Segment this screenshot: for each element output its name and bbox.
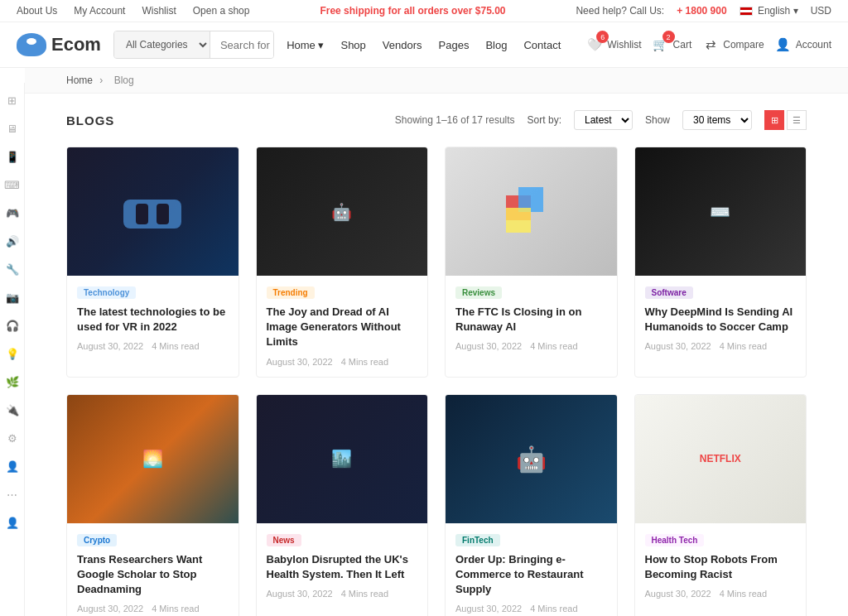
blog-card-6[interactable]: 🤖 FinTech Order Up: Bringing e-Commerce … [445, 394, 618, 616]
account-label: Account [796, 39, 831, 51]
blog-card-meta: August 30, 2022 4 Mins read [645, 341, 797, 351]
logo[interactable]: Ecom [17, 33, 101, 56]
breadcrumb-current: Blog [114, 75, 134, 86]
blog-card-tag: Health Tech [645, 534, 705, 546]
blog-card-body: Crypto Trans Researchers Want Google Sch… [67, 523, 238, 616]
sidebar-light-icon[interactable]: 💡 [3, 344, 22, 363]
top-bar-links: About Us My Account Wishlist Open a shop [17, 5, 249, 17]
sidebar-tools-icon[interactable]: 🔧 [3, 260, 22, 278]
sidebar-grid-icon[interactable]: ⊞ [3, 91, 22, 109]
blog-card-meta: August 30, 2022 4 Mins read [77, 341, 229, 351]
cart-action[interactable]: 🛒 2 Cart [652, 36, 692, 54]
blog-card-tag: Technology [77, 286, 136, 299]
sidebar-headphone-icon[interactable]: 🎧 [3, 316, 22, 334]
sidebar-bottom-icon[interactable]: 👤 [3, 513, 22, 532]
sidebar-keyboard-icon[interactable]: ⌨ [3, 176, 22, 194]
blog-card-read-time: 4 Mins read [530, 341, 577, 351]
svg-rect-2 [157, 204, 169, 224]
blog-card-image: 🤖 [446, 395, 617, 523]
nav-contact[interactable]: Contact [523, 39, 561, 51]
blog-card-date: August 30, 2022 [267, 357, 333, 367]
sidebar-phone-icon[interactable]: 📱 [3, 147, 22, 166]
blog-card-title: Babylon Disrupted the UK's Health System… [267, 552, 418, 582]
blog-card-meta: August 30, 2022 4 Mins read [267, 589, 418, 599]
cart-badge: 2 [662, 31, 675, 43]
nav-shop[interactable]: Shop [340, 39, 365, 51]
blog-card-7[interactable]: NETFLIX Health Tech How to Stop Robots F… [634, 394, 807, 616]
main-content: BLOGS Showing 1–16 of 17 results Sort by… [25, 94, 848, 616]
blog-card-meta: August 30, 2022 4 Mins read [455, 604, 607, 614]
wishlist-link[interactable]: Wishlist [142, 5, 176, 17]
sidebar-desktop-icon[interactable]: 🖥 [3, 119, 22, 137]
breadcrumb-separator: › [99, 75, 103, 86]
sidebar-game-icon[interactable]: 🎮 [3, 204, 22, 222]
grid-view-btn[interactable]: ⊞ [764, 110, 784, 130]
account-action[interactable]: 👤 Account [774, 36, 831, 54]
blog-card-tag: News [267, 534, 301, 546]
about-link[interactable]: About Us [17, 5, 57, 17]
search-input[interactable] [210, 31, 274, 58]
blog-card-meta: August 30, 2022 4 Mins read [645, 589, 797, 599]
blog-card-5[interactable]: 🏙️ News Babylon Disrupted the UK's Healt… [256, 394, 429, 616]
sidebar-user-icon[interactable]: 👤 [3, 457, 22, 475]
open-shop-link[interactable]: Open a shop [193, 5, 250, 17]
language-selector[interactable]: English ▾ [740, 5, 798, 17]
wishlist-icon: 🤍 6 [585, 36, 604, 54]
blog-card-0[interactable]: Technology The latest technologies to be… [66, 147, 239, 378]
show-select[interactable]: 30 items [682, 110, 752, 130]
blog-card-read-time: 4 Mins read [152, 604, 199, 614]
blog-card-date: August 30, 2022 [267, 589, 333, 599]
sidebar-camera-icon[interactable]: 📷 [3, 288, 22, 306]
view-toggle: ⊞ ☰ [764, 110, 807, 130]
blog-card-body: FinTech Order Up: Bringing e-Commerce to… [446, 523, 617, 616]
sidebar-power-icon[interactable]: 🔌 [3, 401, 22, 419]
account-link[interactable]: My Account [74, 5, 125, 17]
blogs-header: BLOGS Showing 1–16 of 17 results Sort by… [66, 110, 807, 130]
blog-card-1[interactable]: 🤖 Trending The Joy and Dread of AI Image… [256, 147, 429, 378]
flag-icon [740, 7, 753, 16]
wishlist-action[interactable]: 🤍 6 Wishlist [585, 36, 641, 54]
blog-card-read-time: 4 Mins read [341, 357, 388, 367]
compare-action[interactable]: ⇄ Compare [701, 36, 764, 54]
compare-label: Compare [723, 39, 764, 51]
blog-card-read-time: 4 Mins read [720, 589, 767, 599]
blog-card-2[interactable]: Reviews The FTC Is Closing in on Runaway… [445, 147, 618, 378]
nav-blog[interactable]: Blog [485, 39, 507, 51]
blog-card-3[interactable]: ⌨️ Software Why DeepMind Is Sending AI H… [634, 147, 807, 378]
blog-card-body: Reviews The FTC Is Closing in on Runaway… [446, 276, 617, 361]
sidebar-more-icon[interactable]: ⋯ [3, 485, 22, 503]
phone-number: + 1800 900 [677, 5, 726, 17]
blog-card-image: 🌅 [67, 395, 238, 523]
nav-vendors[interactable]: Vendors [383, 39, 422, 51]
cart-label: Cart [673, 39, 692, 51]
currency-selector[interactable]: USD [811, 5, 831, 17]
breadcrumb-home[interactable]: Home [66, 75, 93, 86]
blog-card-4[interactable]: 🌅 Crypto Trans Researchers Want Google S… [66, 394, 239, 616]
category-select[interactable]: All Categories [114, 31, 210, 58]
list-view-btn[interactable]: ☰ [787, 110, 807, 130]
left-sidebar: ⊞ 🖥 📱 ⌨ 🎮 🔊 🔧 📷 🎧 💡 🌿 🔌 ⚙ 👤 ⋯ 👤 [0, 83, 25, 616]
blog-card-tag: Crypto [77, 534, 117, 546]
nav-pages[interactable]: Pages [439, 39, 470, 51]
sidebar-settings-icon[interactable]: ⚙ [3, 429, 22, 447]
blog-card-title: Order Up: Bringing e-Commerce to Restaur… [455, 552, 607, 598]
svg-rect-5 [506, 208, 531, 233]
blog-card-meta: August 30, 2022 4 Mins read [77, 604, 229, 614]
blog-card-image: NETFLIX [635, 395, 807, 523]
sort-select[interactable]: Latest [574, 110, 633, 130]
blog-card-meta: August 30, 2022 4 Mins read [267, 357, 418, 367]
top-bar-right: Need help? Call Us: + 1800 900 English ▾… [576, 5, 831, 17]
wishlist-label: Wishlist [607, 39, 641, 51]
blog-card-image [446, 147, 617, 276]
logo-text: Ecom [51, 34, 101, 55]
blogs-controls: Showing 1–16 of 17 results Sort by: Late… [395, 110, 807, 130]
blog-card-date: August 30, 2022 [455, 604, 522, 614]
nav-actions: 🤍 6 Wishlist 🛒 2 Cart ⇄ Compare 👤 Accoun… [585, 36, 831, 54]
svg-rect-0 [123, 200, 181, 229]
blog-card-title: The FTC Is Closing in on Runaway AI [455, 305, 607, 334]
blog-card-image: 🤖 [257, 147, 428, 276]
blog-card-body: Software Why DeepMind Is Sending AI Huma… [635, 276, 807, 361]
sidebar-plant-icon[interactable]: 🌿 [3, 373, 22, 391]
sidebar-speaker-icon[interactable]: 🔊 [3, 232, 22, 250]
nav-home[interactable]: Home ▾ [287, 39, 324, 51]
